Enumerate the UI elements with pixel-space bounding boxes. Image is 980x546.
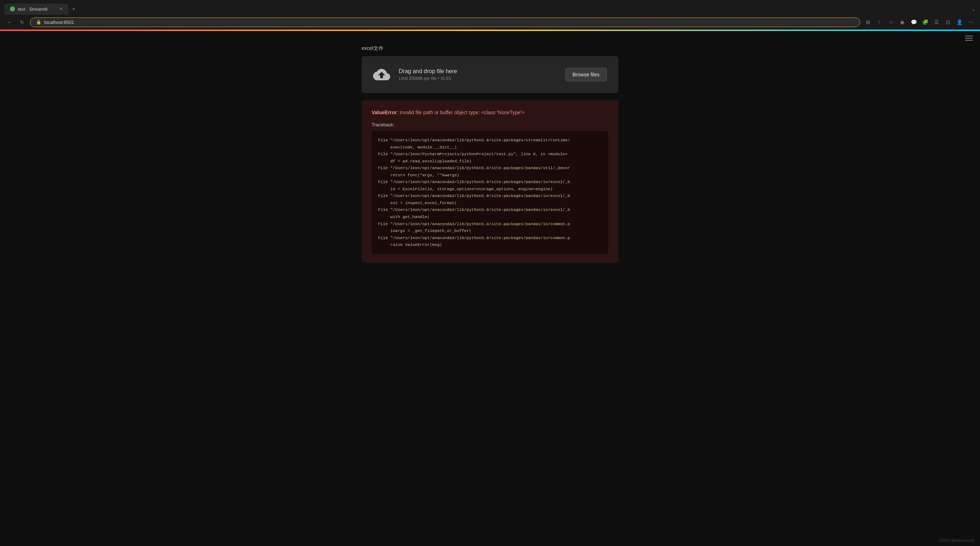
watermark: CSDN @weishaonly [939,538,974,543]
traceback-line: File "/Users/leon/opt/anaconda3/lib/pyth… [378,179,602,185]
puzzle-icon[interactable]: 🧩 [920,17,930,27]
error-message: : Invalid file path or buffer object typ… [397,110,525,115]
traceback-label: Traceback: [372,122,608,128]
traceback-line: File "/Users/leon/opt/anaconda3/lib/pyth… [378,206,602,213]
split-icon[interactable]: ⊡ [943,17,953,27]
back-button[interactable]: ← [4,17,14,27]
error-box: ValueError: Invalid file path or buffer … [362,100,618,263]
traceback-line: exec(code, module.__dict__) [378,144,602,151]
tab-bar: test · Streamlit ✕ + ⌄ [0,0,980,15]
error-title: ValueError: Invalid file path or buffer … [372,109,608,117]
traceback-line: df = pd.read_excel(uploaded_file) [378,158,602,165]
tab-label: test · Streamlit [18,6,48,12]
lock-icon: 🔒 [36,20,41,25]
toolbar-icons: ⊞ ↑ ☆ ◉ 💬 🧩 ☰ ⊡ 👤 ⋯ [863,17,976,27]
upload-limit-text: Limit 200MB per file • XLSX [399,76,557,81]
traceback-line: io = ExcelFile(io, storage_options=stora… [378,185,602,193]
tab-chevron-icon[interactable]: ⌄ [972,6,976,12]
profile-icon[interactable]: 👤 [955,17,964,27]
url-input[interactable]: 🔒 localhost:8501 [30,18,860,27]
traceback-line: ioargs = _get_filepath_or_buffer( [378,227,602,235]
traceback-line: raise ValueError(msg) [378,241,602,248]
traceback-line: File "/Users/leon/opt/anaconda3/lib/pyth… [378,192,602,200]
new-tab-button[interactable]: + [68,3,79,15]
url-text: localhost:8501 [44,20,74,25]
error-type: ValueError [372,110,397,115]
traceback-box: File "/Users/leon/opt/anaconda3/lib/pyth… [372,131,608,254]
address-bar: ← ↻ 🔒 localhost:8501 ⊞ ↑ ☆ ◉ 💬 🧩 ☰ ⊡ 👤 ⋯ [0,15,980,29]
traceback-line: with get_handle( [378,213,602,220]
browse-files-button[interactable]: Browse files [565,68,607,81]
drag-drop-text: Drag and drop file here [399,68,557,75]
playlist-icon[interactable]: ☰ [932,17,942,27]
traceback-line: ext = inspect_excel_format( [378,200,602,207]
cloud-upload-icon [373,66,390,83]
traceback-line: return func(*args, **kwargs) [378,172,602,179]
traceback-line: File "/Users/leon/opt/anaconda3/lib/pyth… [378,164,602,172]
tab-close-button[interactable]: ✕ [59,6,63,11]
browser-chrome: test · Streamlit ✕ + ⌄ ← ↻ 🔒 localhost:8… [0,0,980,30]
tab-favicon [10,6,15,11]
chat-icon[interactable]: 💬 [909,17,919,27]
traceback-line: File "/Users/leon/opt/anaconda3/lib/pyth… [378,220,602,228]
section-label: excel文件 [362,45,618,52]
traceback-line: File "/Users/leon/opt/anaconda3/lib/pyth… [378,235,602,242]
active-tab[interactable]: test · Streamlit ✕ [4,3,68,14]
traceback-line: File "/Users/leon/PycharmProjects/python… [378,151,602,158]
share-icon[interactable]: ↑ [875,17,885,27]
page-content: excel文件 Drag and drop file here Limit 20… [355,31,625,284]
hamburger-menu-icon[interactable] [965,36,973,41]
translate-icon[interactable]: ⊞ [863,17,873,27]
upload-zone[interactable]: Drag and drop file here Limit 200MB per … [362,56,618,93]
extensions-icon[interactable]: ◉ [897,17,907,27]
upload-text: Drag and drop file here Limit 200MB per … [399,68,557,81]
bookmark-icon[interactable]: ☆ [886,17,896,27]
more-icon[interactable]: ⋯ [966,17,976,27]
reload-button[interactable]: ↻ [17,17,27,27]
traceback-line: File "/Users/leon/opt/anaconda3/lib/pyth… [378,137,602,144]
